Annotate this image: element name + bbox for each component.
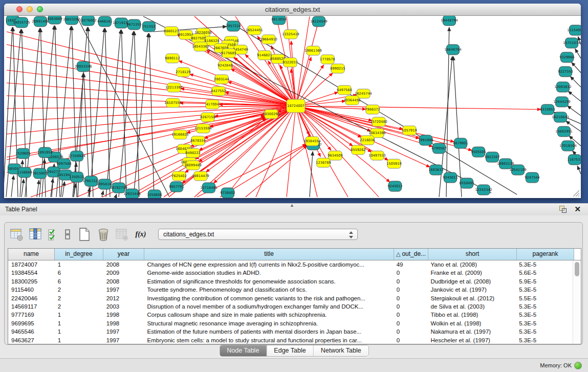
network-node-selected[interactable]: 19664910 <box>260 35 277 44</box>
network-node[interactable]: 1058606 <box>147 190 162 198</box>
network-node[interactable]: 9738402 <box>220 188 235 198</box>
network-node[interactable]: 19448794 <box>441 16 458 26</box>
tab-node-table[interactable]: Node Table <box>220 345 267 356</box>
column-header-year[interactable]: year <box>103 249 144 260</box>
network-node[interactable]: 9227343 <box>558 67 573 77</box>
network-node-selected[interactable]: 417004 <box>206 100 219 109</box>
network-node-selected[interactable]: 2216036 <box>360 136 375 145</box>
table-row[interactable]: 911546021997Tourette syndrome. Phenomeno… <box>8 286 573 294</box>
network-node-selected[interactable]: 12213392 <box>165 83 183 92</box>
network-node-selected[interactable]: 9498222 <box>185 148 200 158</box>
network-node-selected[interactable]: 18300295 <box>263 110 280 119</box>
network-node[interactable]: 9097588 <box>56 159 71 169</box>
network-node-selected[interactable]: 1057919 <box>402 126 417 135</box>
network-node[interactable]: 17359924 <box>68 151 85 161</box>
network-node[interactable]: 6790567 <box>431 143 446 154</box>
network-canvas[interactable]: 1165505140557252089140690638691065328715… <box>4 16 581 198</box>
network-node[interactable]: 8679901 <box>453 138 468 148</box>
table-row[interactable]: 2242004622012Investigating the contribut… <box>8 294 573 302</box>
delete-trash-icon[interactable] <box>95 226 112 243</box>
network-node-selected[interactable]: 7625402 <box>171 171 186 181</box>
network-node-selected[interactable]: 8990215 <box>330 64 345 73</box>
network-node[interactable]: 9245011 <box>443 172 458 183</box>
column-header-out-de-[interactable]: △out_de... <box>394 249 428 260</box>
network-graph[interactable]: 1165505140557252089140690638691065328715… <box>4 16 581 198</box>
network-node[interactable]: 15692951 <box>555 126 573 137</box>
network-node[interactable]: 1167533 <box>567 155 581 165</box>
network-node[interactable]: 7957224 <box>226 21 241 31</box>
function-builder-icon[interactable]: f(x) <box>133 230 148 238</box>
network-node-selected[interactable]: 1236789 <box>316 158 331 167</box>
network-node-selected[interactable]: 6497568 <box>337 85 352 95</box>
network-node[interactable]: 9857791 <box>169 182 184 192</box>
network-node[interactable]: 9329966 <box>559 52 574 62</box>
network-node-selected[interactable]: 9175685 <box>221 49 236 58</box>
network-node-selected[interactable]: 19384554 <box>303 137 321 146</box>
splitter-handle-icon[interactable]: ▲ <box>290 203 294 208</box>
network-node[interactable]: 751552 <box>142 21 155 32</box>
network-node[interactable]: 14055725 <box>13 17 30 28</box>
column-header-name[interactable]: name <box>8 249 55 260</box>
network-node-selected[interactable]: 13325419 <box>282 30 299 39</box>
network-node-selected[interactable]: 16107554 <box>164 98 182 107</box>
network-node-selected[interactable]: 1505919 <box>386 159 401 168</box>
resize-grip-icon[interactable] <box>572 189 580 197</box>
network-node[interactable]: 20891406 <box>32 16 49 27</box>
float-panel-icon[interactable] <box>559 206 567 213</box>
network-node[interactable]: 20053346 <box>75 61 92 72</box>
network-node-selected[interactable]: 19861369 <box>304 46 322 55</box>
network-node-selected[interactable]: 9634509 <box>328 151 342 160</box>
network-node[interactable]: 10541109 <box>509 165 527 175</box>
table-select-dropdown[interactable]: citations_edges.txt <box>158 229 358 240</box>
network-node-selected[interactable]: 8559262 <box>351 145 365 155</box>
network-node-selected[interactable]: 7986372 <box>365 105 380 114</box>
network-node[interactable]: 16648784 <box>444 45 462 55</box>
network-node[interactable]: 12923446 <box>123 189 141 198</box>
network-node[interactable]: 8215953 <box>540 104 555 115</box>
network-node[interactable]: 15751074 <box>563 38 580 48</box>
network-node[interactable]: 1693633 <box>428 165 443 175</box>
column-header-title[interactable]: title <box>144 249 394 260</box>
network-node[interactable]: 9247344 <box>525 172 539 183</box>
table-row[interactable]: 946554611997Estimation of the future num… <box>8 327 573 336</box>
network-node-selected[interactable]: 8860123 <box>164 27 179 36</box>
show-column-icon[interactable] <box>28 226 44 243</box>
network-node[interactable]: 15276002 <box>79 16 97 26</box>
network-node-selected[interactable]: 9322037 <box>282 58 297 67</box>
network-node[interactable]: 7991998 <box>418 135 433 145</box>
network-node-selected[interactable]: 9890112 <box>165 54 180 63</box>
network-node-selected[interactable]: 16543362 <box>192 42 209 51</box>
network-node-selected[interactable]: 8678334 <box>190 136 205 145</box>
network-node[interactable]: 9505505 <box>471 147 486 157</box>
network-node[interactable]: 9671355 <box>126 19 141 30</box>
network-node[interactable]: 16124549 <box>310 16 328 27</box>
table-row[interactable]: 1872400712008Changes of HCN gene express… <box>8 260 573 269</box>
table-panel-titlebar[interactable]: ▲ Table Panel ✕ <box>0 203 588 216</box>
unselect-rows-icon[interactable] <box>61 226 74 243</box>
vertical-scrollbar[interactable] <box>573 260 581 344</box>
network-node-selected[interactable]: 16914479 <box>192 171 209 181</box>
table-row[interactable]: 969969511998Structural magnetic resonanc… <box>8 319 573 327</box>
network-node[interactable]: 16210643 <box>552 112 569 122</box>
table-row[interactable]: 1830029562008Estimation of significance … <box>8 277 573 286</box>
network-node[interactable]: 10653287 <box>63 16 80 25</box>
network-node[interactable]: 9063869 <box>47 16 62 24</box>
network-node[interactable]: 11154086 <box>567 25 581 35</box>
window-titlebar[interactable]: citations_edges.txt <box>4 4 581 16</box>
network-node-selected[interactable]: 9827509 <box>191 34 206 43</box>
network-node[interactable]: 8813054 <box>271 16 286 25</box>
column-header-short[interactable]: short <box>428 249 517 260</box>
network-node[interactable]: 17016504 <box>559 141 577 151</box>
tab-edge-table[interactable]: Edge Table <box>267 345 313 356</box>
network-node[interactable]: 6466161 <box>97 16 112 27</box>
network-node[interactable]: 12093832 <box>554 82 572 92</box>
network-node-selected[interactable]: 16099489 <box>184 161 202 170</box>
network-node-selected[interactable]: 16524451 <box>246 26 263 35</box>
network-node[interactable]: 12242342 <box>475 185 492 195</box>
tab-network-table[interactable]: Network Table <box>314 345 368 356</box>
column-header-in-degree[interactable]: in_degree <box>55 249 103 260</box>
network-node-selected[interactable]: 9146821 <box>257 51 272 60</box>
select-all-check-icon[interactable] <box>47 226 59 243</box>
network-node-selected[interactable]: 2803144 <box>214 75 229 84</box>
network-node[interactable]: 2520605 <box>15 148 30 159</box>
